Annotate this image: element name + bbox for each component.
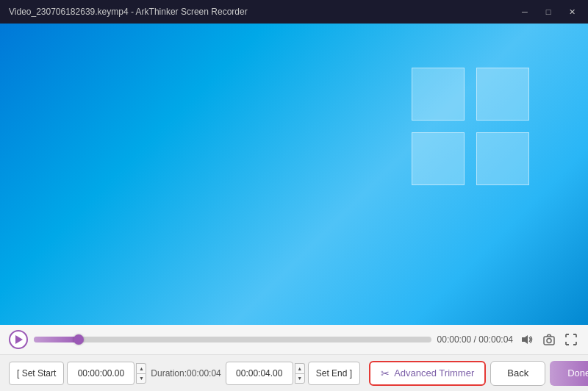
title-bar: Video_230706182639.keymp4 - ArkThinker S…	[0, 0, 588, 24]
video-frame	[0, 24, 588, 325]
fullscreen-button[interactable]	[563, 331, 579, 348]
set-start-button[interactable]: [ Set Start	[9, 362, 64, 385]
logo-pane-tl	[412, 68, 465, 121]
set-start-group: [ Set Start ▲ ▼	[9, 362, 146, 385]
video-preview-area	[0, 24, 588, 325]
timeline-thumb[interactable]	[74, 334, 84, 345]
set-end-button[interactable]: Set End ]	[308, 362, 360, 385]
done-button[interactable]: Done	[550, 361, 588, 386]
fullscreen-icon	[565, 334, 577, 345]
timeline-track[interactable]	[34, 337, 431, 342]
end-time-input[interactable]	[226, 362, 293, 385]
start-time-input[interactable]	[67, 362, 135, 385]
minimize-button[interactable]: ─	[514, 4, 535, 19]
camera-icon	[542, 333, 556, 346]
window-controls: ─ □ ✕	[514, 4, 582, 19]
action-row: [ Set Start ▲ ▼ Duration:00:00:04 ▲ ▼ Se…	[0, 354, 588, 391]
svg-point-2	[547, 339, 551, 343]
svg-marker-0	[522, 335, 528, 344]
play-icon	[15, 335, 23, 344]
duration-label: Duration:00:00:04	[151, 368, 220, 379]
svg-rect-1	[544, 337, 554, 345]
back-button[interactable]: Back	[490, 361, 545, 386]
start-time-increment[interactable]: ▲	[136, 363, 146, 373]
scissors-icon: ✂	[381, 367, 390, 379]
maximize-button[interactable]: □	[538, 4, 559, 19]
end-time-decrement[interactable]: ▼	[295, 373, 305, 384]
set-end-group: ▲ ▼ Set End ]	[226, 362, 360, 385]
app-title: Video_230706182639.keymp4 - ArkThinker S…	[6, 7, 514, 17]
play-button[interactable]	[9, 330, 28, 349]
time-display: 00:00:00 / 00:00:04	[437, 334, 513, 345]
windows-logo	[412, 68, 529, 185]
logo-pane-tr	[476, 68, 529, 121]
end-time-increment[interactable]: ▲	[295, 363, 305, 373]
advanced-trimmer-label: Advanced Trimmer	[394, 367, 474, 379]
advanced-trimmer-button[interactable]: ✂ Advanced Trimmer	[369, 361, 486, 386]
volume-icon	[520, 333, 534, 346]
logo-pane-bl	[412, 132, 465, 185]
close-button[interactable]: ✕	[562, 4, 582, 19]
volume-button[interactable]	[519, 331, 535, 348]
controls-bar: 00:00:00 / 00:00:04	[0, 325, 588, 391]
timeline-row: 00:00:00 / 00:00:04	[0, 325, 588, 354]
end-time-spinner: ▲ ▼	[295, 363, 305, 384]
logo-pane-br	[476, 132, 529, 185]
start-time-decrement[interactable]: ▼	[136, 373, 146, 384]
snapshot-button[interactable]	[541, 331, 557, 348]
start-time-spinner: ▲ ▼	[136, 363, 146, 384]
